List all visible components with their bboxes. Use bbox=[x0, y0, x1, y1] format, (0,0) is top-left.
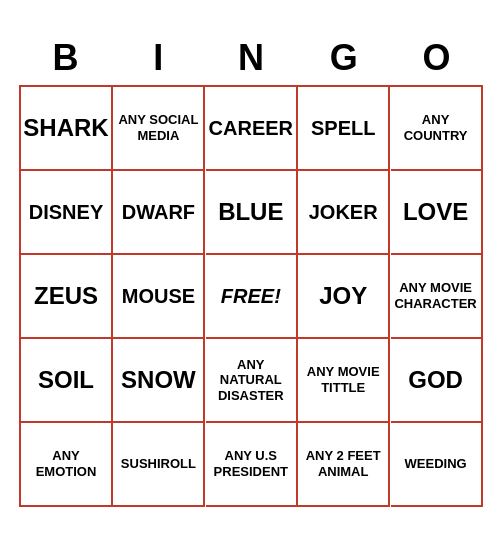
bingo-cell-3-0: SOIL bbox=[21, 339, 113, 423]
bingo-grid: SHARKANY SOCIAL MEDIACAREERSPELLANY COUN… bbox=[19, 85, 483, 507]
bingo-cell-4-2: ANY U.S PRESIDENT bbox=[206, 423, 298, 507]
bingo-cell-1-4: LOVE bbox=[391, 171, 483, 255]
bingo-cell-2-0: ZEUS bbox=[21, 255, 113, 339]
bingo-letter-i: I bbox=[114, 37, 202, 79]
bingo-cell-2-4: ANY MOVIE CHARACTER bbox=[391, 255, 483, 339]
bingo-cell-3-1: SNOW bbox=[113, 339, 205, 423]
bingo-letter-o: O bbox=[393, 37, 481, 79]
bingo-cell-1-1: DWARF bbox=[113, 171, 205, 255]
bingo-letter-g: G bbox=[300, 37, 388, 79]
bingo-cell-1-3: JOKER bbox=[298, 171, 390, 255]
bingo-cell-4-3: ANY 2 FEET ANIMAL bbox=[298, 423, 390, 507]
bingo-cell-3-4: GOD bbox=[391, 339, 483, 423]
bingo-letter-n: N bbox=[207, 37, 295, 79]
bingo-cell-0-0: SHARK bbox=[21, 87, 113, 171]
bingo-cell-4-4: WEEDING bbox=[391, 423, 483, 507]
bingo-cell-0-3: SPELL bbox=[298, 87, 390, 171]
bingo-cell-0-2: CAREER bbox=[206, 87, 298, 171]
bingo-cell-1-2: BLUE bbox=[206, 171, 298, 255]
bingo-cell-2-2: Free! bbox=[206, 255, 298, 339]
bingo-cell-4-1: SUSHIROLL bbox=[113, 423, 205, 507]
bingo-cell-2-3: JOY bbox=[298, 255, 390, 339]
bingo-card: BINGO SHARKANY SOCIAL MEDIACAREERSPELLAN… bbox=[11, 29, 491, 515]
bingo-cell-0-1: ANY SOCIAL MEDIA bbox=[113, 87, 205, 171]
bingo-header: BINGO bbox=[19, 37, 483, 79]
bingo-cell-3-3: ANY MOVIE TITTLE bbox=[298, 339, 390, 423]
bingo-letter-b: B bbox=[21, 37, 109, 79]
bingo-cell-0-4: ANY COUNTRY bbox=[391, 87, 483, 171]
bingo-cell-3-2: ANY NATURAL DISASTER bbox=[206, 339, 298, 423]
bingo-cell-4-0: ANY EMOTION bbox=[21, 423, 113, 507]
bingo-cell-2-1: MOUSE bbox=[113, 255, 205, 339]
bingo-cell-1-0: DISNEY bbox=[21, 171, 113, 255]
